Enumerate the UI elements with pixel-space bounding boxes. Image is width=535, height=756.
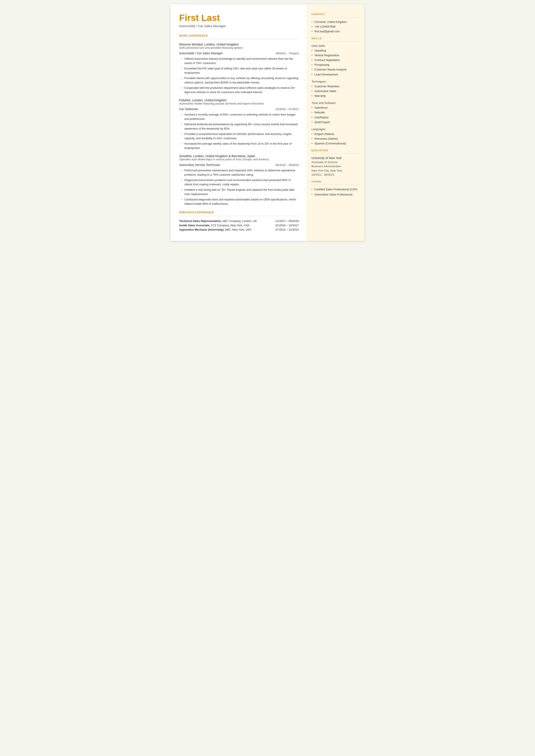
prev-job-2-title: Inside Sales Associate, XYZ Company, New…: [179, 224, 250, 227]
education-block-1: University of New York Associate of Scie…: [312, 156, 359, 177]
bullet-3-4: Conducted diagnostic tests and repaired …: [182, 197, 299, 206]
tools-label: Tools and Software:: [312, 101, 359, 104]
skills-section-title: SKILLS: [312, 37, 359, 40]
prev-job-1-title: Technical Sales Representative, ABC Comp…: [179, 219, 257, 223]
contact-email: first.last@gmail.com: [312, 30, 359, 33]
company-name-3: Growthsi, London, United Kingdom & Barce…: [179, 154, 299, 158]
other-item-1: Certified Sales Professional (CSP): [312, 187, 359, 191]
job-block-3: Growthsi, London, United Kingdom & Barce…: [179, 154, 299, 206]
prev-job-3-title: Apprentice Mechanic (Internship), ABC, N…: [179, 228, 251, 231]
contact-divider: [312, 17, 359, 17]
role-row-2: Car Salesman 10/2019 – 07/2021: [179, 107, 299, 111]
bullet-list-1: Utilized automotive industry knowledge t…: [179, 57, 299, 94]
left-column: First Last Automobile / Car Sales Manage…: [171, 4, 306, 241]
bullet-1-2: Exceeded the KPI sales goal of selling 1…: [182, 66, 299, 75]
technique-2: Automotive Sales: [312, 89, 359, 93]
bullet-1-4: Cooperated with the production departmen…: [182, 86, 299, 94]
right-column: CONTACT Cornwall, United Kingdom +44 123…: [306, 4, 365, 241]
company-desc-2: Automotive retailer featuring popular do…: [179, 102, 299, 105]
prev-job-2-date: 01/2016 – 10/2017: [275, 224, 299, 227]
bullet-1-3: Provided clients with opportunities to b…: [182, 76, 299, 84]
prev-job-1: Technical Sales Representative, ABC Comp…: [179, 219, 299, 223]
company-name-1: Resume Worded, London, United Kingdom: [179, 43, 299, 46]
hard-skills-list: Upselling Vehicle Registration Contract …: [312, 49, 359, 76]
bullet-3-2: Diagnosed transmission problems and reco…: [182, 178, 299, 186]
resume-container: First Last Automobile / Car Sales Manage…: [171, 4, 365, 241]
prev-job-3: Apprentice Mechanic (Internship), ABC, N…: [179, 228, 299, 231]
candidate-title: Automobile / Car Sales Manager: [179, 24, 299, 28]
education-section-title: EDUCATION: [312, 149, 359, 152]
prev-job-2: Inside Sales Associate, XYZ Company, New…: [179, 224, 299, 227]
tool-4: QuikCoupon: [312, 120, 359, 124]
work-experience-divider: [179, 39, 299, 39]
edu-degree-1: Associate of Science Business Administra…: [312, 160, 359, 177]
bullet-2-1: Assisted a monthly average of 500+ custo…: [182, 113, 299, 121]
techniques-label: Techniques:: [312, 80, 359, 83]
job-block-2: Polyhire, London, United Kingdom Automot…: [179, 98, 299, 150]
contact-section-title: CONTACT: [312, 13, 359, 15]
hard-skill-6: Lead Development: [312, 72, 359, 76]
company-desc-1: Sells preowned cars and provides financi…: [179, 46, 299, 49]
company-name-2: Polyhire, London, United Kingdom: [179, 98, 299, 102]
tool-1: Salesforce: [312, 106, 359, 110]
contact-location: Cornwall, United Kingdom: [312, 20, 359, 24]
bullet-2-3: Provided a comprehensive explanation of …: [182, 132, 299, 140]
tool-2: Netsuite: [312, 111, 359, 114]
hard-skill-1: Upselling: [312, 49, 359, 53]
languages-list: English (Native) Romanian (Native) Spani…: [312, 132, 359, 146]
company-desc-3: Operates auto dealerships in various par…: [179, 158, 299, 161]
role-title-1: Automobile / Car Sales Manager: [179, 51, 223, 55]
contact-list: Cornwall, United Kingdom +44 1234567890 …: [312, 20, 359, 34]
job-block-1: Resume Worded, London, United Kingdom Se…: [179, 43, 299, 94]
prev-experience-label: PREVIOUS EXPERIENCE: [179, 211, 299, 214]
tools-list: Salesforce Netsuite AutoRaptor QuikCoupo…: [312, 106, 359, 124]
techniques-list: Customer Retention Automotive Sales Warr…: [312, 84, 359, 98]
other-item-2: Automotive Sales Professional: [312, 193, 359, 197]
prev-experience-divider: [179, 216, 299, 216]
bullet-2-4: Increased the average weekly sales of th…: [182, 142, 299, 150]
bullet-list-2: Assisted a monthly average of 500+ custo…: [179, 113, 299, 150]
hard-skills-label: Hard Skills:: [312, 44, 359, 47]
candidate-name: First Last: [179, 13, 299, 23]
role-date-1: 08/2021 – Present: [276, 52, 299, 55]
bullet-2-2: Delivered professional presentations by …: [182, 122, 299, 130]
tool-3: AutoRaptor: [312, 116, 359, 119]
other-section-title: OTHER: [312, 181, 359, 183]
bullet-list-3: Performed preventive maintenance and ins…: [179, 168, 299, 206]
role-date-3: 06/2018 – 09/2019: [275, 163, 299, 167]
hard-skill-4: Prospecting: [312, 63, 359, 67]
language-2: Romanian (Native): [312, 137, 359, 141]
contact-phone: +44 1234567890: [312, 25, 359, 29]
hard-skill-5: Customer Needs Analysis: [312, 68, 359, 71]
bullet-1-1: Utilized automotive industry knowledge t…: [182, 57, 299, 65]
work-experience-label: WORK EXPERIENCE: [179, 34, 299, 37]
role-date-2: 10/2019 – 07/2021: [275, 107, 299, 111]
technique-1: Customer Retention: [312, 84, 359, 88]
languages-label: Languages:: [312, 127, 359, 131]
other-list: Certified Sales Professional (CSP) Autom…: [312, 187, 359, 197]
language-1: English (Native): [312, 132, 359, 136]
hard-skill-2: Vehicle Registration: [312, 53, 359, 57]
language-3: Spanish (Conversational): [312, 142, 359, 146]
prev-job-1-date: 11/2017 – 05/2018: [275, 219, 299, 223]
role-title-3: Automotive Service Technician: [179, 163, 220, 167]
bullet-3-3: Installed a new timing belt on 70+ Toyot…: [182, 188, 299, 196]
technique-3: Warranty: [312, 94, 359, 98]
role-row-1: Automobile / Car Sales Manager 08/2021 –…: [179, 51, 299, 55]
hard-skill-3: Contract Negotiation: [312, 58, 359, 62]
bullet-3-1: Performed preventive maintenance and ins…: [182, 168, 299, 177]
edu-school-1: University of New York: [312, 156, 359, 160]
role-title-2: Car Salesman: [179, 107, 198, 111]
prev-job-3-date: 07/2014 – 12/2015: [275, 228, 299, 231]
role-row-3: Automotive Service Technician 06/2018 – …: [179, 163, 299, 167]
